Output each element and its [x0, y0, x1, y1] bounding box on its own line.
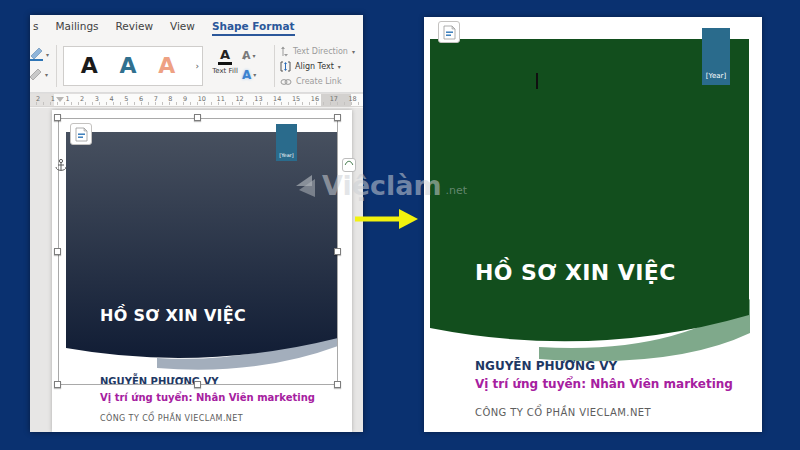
text-fill-color-bar — [218, 62, 232, 65]
text-direction-button[interactable]: Text Direction ▾ — [280, 44, 362, 59]
document-glyph-icon — [443, 25, 456, 40]
tab-view[interactable]: View — [170, 20, 195, 36]
screenshot-canvas: s Mailings Review View Shape Format ▾ — [0, 0, 800, 450]
page-file-icon — [438, 21, 460, 43]
transition-arrow-icon — [352, 203, 420, 235]
layout-options-icon — [343, 159, 354, 170]
pen-outline-icon — [30, 47, 44, 61]
preview-page: [Year] HỒ SƠ XIN VIỆC NGUYỄN PHƯƠNG VY V… — [424, 17, 762, 432]
chevron-down-icon[interactable]: ▾ — [253, 71, 256, 78]
text-fill-label: Text Fill — [210, 67, 240, 75]
chevron-down-icon[interactable]: ▾ — [253, 52, 256, 59]
wordart-style-blue[interactable]: A — [119, 55, 136, 77]
anchor-icon — [54, 158, 68, 174]
chevron-down-icon[interactable]: ▾ — [45, 71, 48, 78]
text-effects-button[interactable]: A ▾ — [242, 65, 266, 84]
ruler-ticks — [30, 102, 363, 105]
cover-position[interactable]: Vị trí ứng tuyển: Nhân Viên marketing — [100, 392, 315, 403]
tab-mailings[interactable]: Mailings — [55, 20, 98, 36]
wordart-style-gallery[interactable]: A A A › — [63, 46, 203, 86]
text-outline-icon: A — [242, 49, 251, 62]
cover-company[interactable]: CÔNG TY CỔ PHẦN VIECLAM.NET — [100, 414, 243, 423]
ribbon-edge-icons: ▾ ▾ — [30, 44, 54, 84]
word-window: s Mailings Review View Shape Format ▾ — [30, 15, 363, 432]
text-fill-button[interactable]: A Text Fill ▾ — [210, 48, 240, 75]
ribbon-tab-bar: s Mailings Review View Shape Format — [30, 15, 363, 40]
ribbon: ▾ ▾ A A A › A Text Fill ▾ — [30, 40, 363, 93]
align-text-button[interactable]: Align Text ▾ — [280, 59, 362, 74]
selection-border — [58, 118, 338, 385]
selection-handle-top-center[interactable] — [194, 114, 201, 121]
year-tag[interactable]: [Year] — [702, 28, 730, 85]
selection-handle-top-left[interactable] — [54, 114, 61, 121]
create-link-button[interactable]: Create Link — [280, 74, 362, 89]
text-direction-icon — [280, 46, 289, 57]
selection-handle-bottom-left[interactable] — [54, 381, 61, 388]
selection-handle-mid-right[interactable] — [334, 248, 341, 255]
wordart-style-black[interactable]: A — [81, 55, 98, 77]
text-fill-letter: A — [210, 48, 240, 61]
chevron-down-icon[interactable]: ▾ — [338, 63, 341, 70]
shape-effects-button[interactable]: ▾ — [30, 64, 54, 84]
preview-title: HỒ SƠ XIN VIỆC — [475, 260, 676, 285]
selection-handle-mid-left[interactable] — [54, 248, 61, 255]
document-editing-area: [Year] HỒ SƠ XIN VIỆC NGUYỄN PHƯƠNG VY V… — [30, 108, 363, 432]
create-link-label: Create Link — [296, 77, 342, 86]
shape-outline-button[interactable]: ▾ — [30, 44, 54, 64]
align-text-icon — [280, 61, 291, 72]
text-style-buttons: A ▾ A ▾ — [242, 46, 266, 84]
selection-handle-top-right[interactable] — [334, 114, 341, 121]
group-divider — [56, 45, 57, 87]
preview-company: CÔNG TY CỔ PHẦN VIECLAM.NET — [475, 407, 651, 418]
selection-handle-bottom-right[interactable] — [334, 381, 341, 388]
text-effects-icon: A — [242, 68, 251, 82]
link-icon — [280, 78, 292, 86]
document-page[interactable]: [Year] HỒ SƠ XIN VIỆC NGUYỄN PHƯƠNG VY V… — [52, 110, 352, 432]
tab-shape-format[interactable]: Shape Format — [212, 20, 295, 36]
text-outline-button[interactable]: A ▾ — [242, 46, 266, 65]
selection-handle-bottom-center[interactable] — [194, 381, 201, 388]
text-arrange-group: Text Direction ▾ Align Text ▾ — [280, 44, 362, 89]
chevron-down-icon: ▾ — [352, 48, 355, 55]
text-direction-label: Text Direction — [293, 47, 348, 56]
pen-effects-icon — [30, 68, 43, 81]
preview-position: Vị trí ứng tuyển: Nhân Viên marketing — [475, 377, 733, 391]
tab-partial[interactable]: s — [33, 20, 38, 36]
tab-review[interactable]: Review — [116, 20, 153, 36]
text-cursor — [536, 73, 538, 89]
preview-name: NGUYỄN PHƯƠNG VY — [475, 359, 617, 373]
align-text-label: Align Text — [295, 62, 334, 71]
horizontal-ruler[interactable]: 21123456789101112131415161718 — [30, 93, 363, 107]
wordart-style-orange[interactable]: A — [158, 55, 175, 77]
gallery-more-icon[interactable]: › — [195, 61, 199, 71]
group-divider — [274, 45, 275, 87]
layout-options-button[interactable] — [342, 158, 356, 172]
chevron-down-icon[interactable]: ▾ — [46, 51, 49, 58]
